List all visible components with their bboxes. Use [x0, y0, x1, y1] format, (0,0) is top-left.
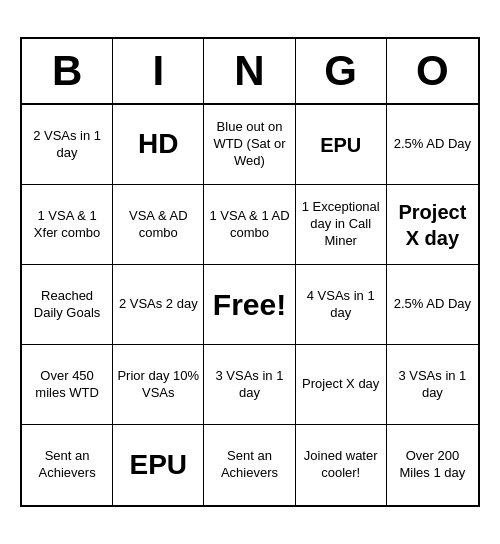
bingo-cell: HD	[113, 105, 204, 185]
header-letter: G	[296, 39, 387, 105]
bingo-cell: Over 450 miles WTD	[22, 345, 113, 425]
bingo-cell: 1 VSA & 1 AD combo	[204, 185, 295, 265]
bingo-cell: EPU	[296, 105, 387, 185]
bingo-cell: VSA & AD combo	[113, 185, 204, 265]
bingo-header: BINGO	[22, 39, 478, 105]
bingo-cell: Prior day 10% VSAs	[113, 345, 204, 425]
bingo-cell: Project X day	[387, 185, 478, 265]
bingo-cell: Sent an Achievers	[204, 425, 295, 505]
bingo-cell: 2.5% AD Day	[387, 265, 478, 345]
bingo-cell: Project X day	[296, 345, 387, 425]
bingo-cell: 3 VSAs in 1 day	[204, 345, 295, 425]
bingo-cell: Over 200 Miles 1 day	[387, 425, 478, 505]
header-letter: O	[387, 39, 478, 105]
bingo-cell: 2.5% AD Day	[387, 105, 478, 185]
bingo-cell: 2 VSAs in 1 day	[22, 105, 113, 185]
bingo-grid: 2 VSAs in 1 dayHDBlue out on WTD (Sat or…	[22, 105, 478, 505]
header-letter: N	[204, 39, 295, 105]
bingo-cell: 4 VSAs in 1 day	[296, 265, 387, 345]
bingo-card: BINGO 2 VSAs in 1 dayHDBlue out on WTD (…	[20, 37, 480, 507]
header-letter: I	[113, 39, 204, 105]
bingo-cell: Joined water cooler!	[296, 425, 387, 505]
bingo-cell: 3 VSAs in 1 day	[387, 345, 478, 425]
header-letter: B	[22, 39, 113, 105]
bingo-cell: 2 VSAs 2 day	[113, 265, 204, 345]
bingo-cell: Reached Daily Goals	[22, 265, 113, 345]
bingo-cell: Free!	[204, 265, 295, 345]
bingo-cell: 1 Exceptional day in Call Miner	[296, 185, 387, 265]
bingo-cell: Blue out on WTD (Sat or Wed)	[204, 105, 295, 185]
bingo-cell: EPU	[113, 425, 204, 505]
bingo-cell: 1 VSA & 1 Xfer combo	[22, 185, 113, 265]
bingo-cell: Sent an Achievers	[22, 425, 113, 505]
